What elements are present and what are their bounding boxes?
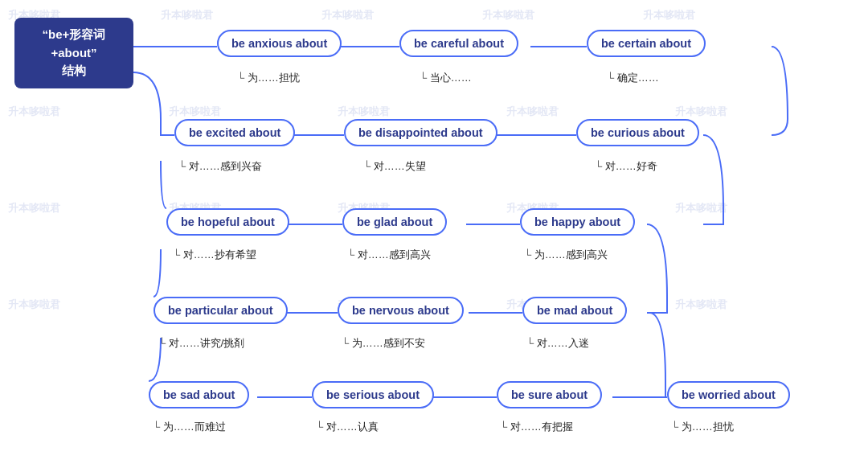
node-be-certain-about: be certain about	[587, 30, 706, 57]
node-be-hopeful-about: be hopeful about	[166, 208, 289, 236]
node-be-disappointed-about: be disappointed about	[344, 119, 497, 146]
watermark: 升本哆啦君	[675, 201, 727, 215]
node-be-careful-about: be careful about	[399, 30, 518, 57]
node-be-particular-about: be particular about	[154, 297, 288, 324]
label-curious: 对……好奇	[595, 159, 657, 174]
watermark: 升本哆啦君	[338, 105, 390, 119]
watermark: 升本哆啦君	[8, 298, 60, 312]
watermark: 升本哆啦君	[482, 8, 534, 23]
main-container: 升本哆啦君 升本哆啦君 升本哆啦君 升本哆啦君 升本哆啦君 升本哆啦君 升本哆啦…	[0, 0, 868, 472]
label-hopeful: 对……抄有希望	[173, 248, 256, 262]
label-anxious: 为……担忧	[237, 71, 300, 85]
watermark: 升本哆啦君	[321, 8, 374, 23]
watermark: 升本哆啦君	[8, 201, 60, 215]
watermark: 升本哆啦君	[169, 105, 221, 119]
label-serious: 对……认真	[316, 420, 379, 434]
label-mad: 对……入迷	[526, 336, 589, 351]
node-be-sad-about: be sad about	[149, 381, 249, 408]
node-be-nervous-about: be nervous about	[338, 297, 464, 324]
watermark: 升本哆啦君	[675, 298, 727, 312]
node-be-curious-about: be curious about	[576, 119, 699, 146]
label-sure: 对……有把握	[500, 420, 573, 434]
label-certain: 确定……	[607, 71, 659, 85]
node-be-sure-about: be sure about	[497, 381, 602, 408]
watermark: 升本哆啦君	[8, 105, 60, 119]
label-glad: 对……感到高兴	[347, 248, 431, 262]
title-box: “be+形容词+about” 结构	[14, 18, 133, 88]
label-careful: 当心……	[420, 71, 472, 85]
label-nervous: 为……感到不安	[342, 336, 425, 351]
node-be-worried-about: be worried about	[667, 381, 790, 408]
label-disappointed: 对……失望	[363, 159, 426, 174]
title-line2: 结构	[62, 64, 86, 77]
title-line1: “be+形容词+about”	[43, 27, 106, 60]
node-be-anxious-about: be anxious about	[217, 30, 342, 57]
watermark: 升本哆啦君	[643, 8, 695, 23]
watermark: 升本哆啦君	[675, 105, 727, 119]
label-particular: 对……讲究/挑剤	[158, 336, 244, 351]
node-be-glad-about: be glad about	[342, 208, 447, 236]
label-excited: 对……感到兴奋	[178, 159, 262, 174]
label-sad: 为……而难过	[153, 420, 226, 434]
node-be-mad-about: be mad about	[522, 297, 627, 324]
watermark: 升本哆啦君	[161, 8, 213, 23]
label-worried: 为……担忧	[671, 420, 734, 434]
node-be-serious-about: be serious about	[312, 381, 434, 408]
node-be-happy-about: be happy about	[520, 208, 635, 236]
watermark: 升本哆啦君	[506, 105, 559, 119]
label-happy: 为……感到高兴	[524, 248, 608, 262]
node-be-excited-about: be excited about	[174, 119, 295, 146]
